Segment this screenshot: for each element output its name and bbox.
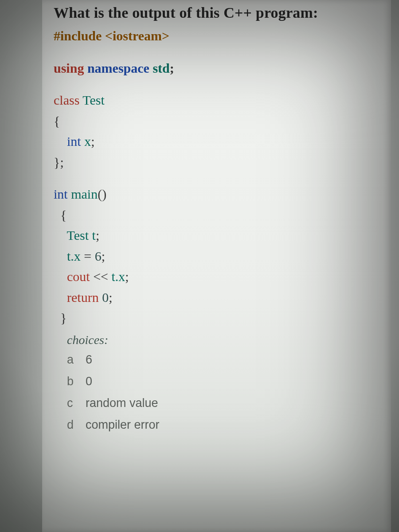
choice-text: 6 [86,353,92,367]
blank-line [54,172,379,184]
code-line: Test t; [54,225,379,246]
code-token: int [67,134,84,149]
code-token: } [60,310,66,325]
code-token: cout [67,269,93,284]
code-block: #include <iostream> using namespace std;… [54,26,379,329]
code-token: 0 [102,290,109,305]
choice-letter: c [67,396,75,410]
code-line: #include <iostream> [54,26,379,47]
code-token: x [84,134,91,149]
blank-line [54,47,379,58]
code-token: #include [54,28,105,43]
code-line: cout << t.x; [54,266,379,287]
code-token: t [92,228,96,243]
code-line: t.x = 6; [54,246,379,267]
code-line: int x; [54,131,379,152]
code-token: t.x [67,249,84,263]
choices-heading: choices: [67,333,379,347]
choice-letter: b [67,375,75,388]
choice-text: 0 [86,375,92,388]
code-line: int main() [54,184,379,205]
code-line: class Test [54,90,379,111]
code-token: using [54,61,87,75]
code-token: ; [170,61,174,75]
code-line: { [54,111,379,132]
choice-b[interactable]: b 0 [67,371,379,392]
code-token: main [71,187,98,201]
code-token: Test [82,93,105,107]
blank-line [54,78,379,90]
code-token: class [54,93,82,107]
choice-d[interactable]: d compiler error [67,414,379,436]
choice-letter: d [67,418,75,432]
code-line: { [54,205,379,226]
code-token: int [54,187,71,201]
code-line: using namespace std; [54,58,379,79]
code-token: 6 [95,249,102,263]
choice-letter: a [67,353,75,367]
code-token: ; [109,290,112,305]
code-token: () [98,187,106,201]
code-token: }; [54,155,64,169]
question-title: What is the output of this C++ program: [54,4,379,21]
code-token: ; [96,228,99,243]
choice-a[interactable]: a 6 [67,349,379,371]
code-token: Test [66,228,92,243]
code-token: ; [125,269,129,284]
code-token: std [153,61,169,75]
code-token: t.x [112,269,125,284]
code-token: ; [102,249,105,263]
choice-c[interactable]: c random value [67,392,379,414]
choice-text: random value [86,396,158,410]
code-token: namespace [87,61,153,75]
code-line: return 0; [54,287,379,308]
code-line: } [54,308,379,329]
code-line: }; [54,152,379,173]
code-token: return [67,290,102,305]
choice-text: compiler error [86,418,160,432]
code-token: ; [91,134,94,149]
code-token: = [84,249,94,263]
code-token: { [54,113,60,128]
code-token: << [93,269,111,284]
code-token: { [60,207,66,222]
code-token: <iostream> [105,28,169,43]
question-card: What is the output of this C++ program: … [42,0,391,532]
choices-list: a 6 b 0 c random value d compiler error [67,349,379,436]
